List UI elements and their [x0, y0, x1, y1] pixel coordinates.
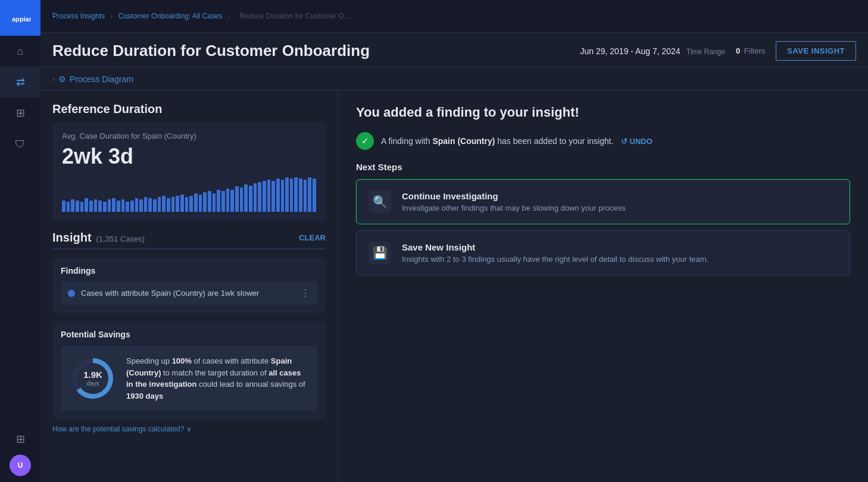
bar-chart-bar — [304, 180, 307, 212]
donut-chart: 1.9K days — [69, 355, 117, 402]
sidebar: appian ⌂ ⇄ ⊞ 🛡 ⊞ U — [0, 0, 40, 482]
bar-chart-bar — [117, 201, 120, 212]
subnav: › ⚙ Process Diagram — [40, 67, 868, 90]
main-content: Process Insights › Customer Onboarding: … — [40, 0, 868, 482]
content-area: Reference Duration Avg. Case Duration fo… — [40, 90, 868, 482]
breadcrumb-current: Reduce Duration for Customer O... — [239, 12, 349, 20]
bar-chart-bar — [226, 189, 230, 212]
bar-chart-bar — [235, 186, 239, 212]
how-calculated-link[interactable]: How are the potential savings calculated… — [52, 419, 326, 434]
left-panel: Reference Duration Avg. Case Duration fo… — [40, 90, 338, 482]
bar-chart-bar — [271, 181, 275, 212]
potential-savings-section: Potential Savings 1.9K days — [52, 321, 326, 419]
insight-header: Insight (1,351 Cases) CLEAR — [52, 231, 326, 249]
sidebar-item-shield[interactable]: 🛡 — [0, 129, 40, 159]
bar-chart-bar — [299, 179, 302, 212]
bar-chart-bar — [158, 197, 161, 212]
insight-title: Insight — [52, 231, 92, 245]
breadcrumb: Process Insights › Customer Onboarding: … — [52, 12, 354, 20]
bar-chart-bar — [144, 197, 148, 212]
process-diagram-label: Process Diagram — [70, 74, 133, 84]
bar-chart-bar — [85, 198, 88, 212]
process-diagram-icon: ⚙ — [58, 74, 66, 84]
bar-chart-bar — [171, 197, 175, 212]
bar-chart-bar — [108, 199, 111, 212]
finding-dot-icon — [68, 290, 75, 297]
bar-chart-bar — [180, 195, 184, 212]
finding-added-title: You added a finding to your insight! — [356, 105, 850, 120]
bar-chart-bar — [203, 192, 207, 212]
undo-button[interactable]: ↺ UNDO — [621, 137, 652, 146]
chevron-down-icon: ∨ — [186, 425, 192, 433]
finding-menu-icon[interactable]: ⋮ — [301, 287, 310, 299]
success-suffix: has been added to your insight. — [497, 136, 613, 146]
savings-card: 1.9K days Speeding up 100% of cases with… — [61, 346, 317, 411]
undo-label: UNDO — [630, 137, 652, 146]
savings-pct: 100% — [172, 356, 192, 365]
next-step-continue-label: Continue Investigating — [402, 191, 838, 201]
savings-text: Speeding up 100% of cases with attribute… — [126, 355, 309, 402]
bar-chart-bar — [71, 199, 74, 212]
chevron-right-icon: › — [52, 76, 55, 83]
success-country: Spain (Country) — [432, 136, 497, 146]
next-step-continue-investigating[interactable]: 🔍 Continue Investigating Investigate oth… — [356, 179, 850, 224]
breadcrumb-sep1: › — [110, 12, 113, 20]
success-prefix: A finding with — [381, 136, 430, 146]
bar-chart-bar — [263, 181, 266, 212]
sidebar-item-grid[interactable]: ⊞ — [0, 424, 40, 455]
topbar: Process Insights › Customer Onboarding: … — [40, 0, 868, 33]
bar-chart-bar — [240, 187, 243, 212]
process-diagram-link[interactable]: › ⚙ Process Diagram — [52, 74, 133, 84]
filters-display: 0 Filters — [736, 46, 765, 55]
right-panel: You added a finding to your insight! ✓ A… — [338, 90, 868, 482]
svg-text:appian: appian — [12, 15, 31, 23]
save-insight-button[interactable]: SAVE INSIGHT — [776, 41, 856, 61]
time-range-value: Jun 29, 2019 - Aug 7, 2024 — [580, 46, 680, 56]
bar-chart-bar — [230, 190, 234, 212]
next-step-save-desc: Insights with 2 to 3 findings usually ha… — [402, 255, 838, 264]
bar-chart-bar — [294, 177, 298, 212]
metric-card: Avg. Case Duration for Spain (Country) 2… — [52, 122, 326, 221]
bar-chart-bar — [199, 195, 202, 212]
bar-chart-bar — [276, 179, 280, 212]
bar-chart-bar — [254, 183, 257, 212]
filters-count: 0 — [736, 46, 740, 55]
metric-value: 2wk 3d — [62, 144, 316, 169]
page-title: Reduce Duration for Customer Onboarding — [52, 42, 370, 60]
success-banner: ✓ A finding with Spain (Country) has bee… — [356, 132, 850, 150]
bar-chart-bar — [167, 198, 170, 212]
bar-chart-bar — [249, 186, 252, 212]
bar-chart-bar — [162, 196, 166, 212]
breadcrumb-customer-onboarding[interactable]: Customer Onboarding: All Cases — [118, 12, 223, 20]
header-right: Jun 29, 2019 - Aug 7, 2024 Time Range 0 … — [580, 41, 856, 61]
search-icon: 🔍 — [369, 190, 391, 213]
bar-chart — [62, 176, 316, 212]
success-message: A finding with Spain (Country) has been … — [381, 136, 652, 146]
next-step-continue-content: Continue Investigating Investigate other… — [402, 191, 838, 212]
breadcrumb-process-insights[interactable]: Process Insights — [52, 12, 105, 20]
finding-text: Cases with attribute Spain (Country) are… — [81, 289, 295, 298]
bar-chart-bar — [221, 191, 225, 212]
clear-button[interactable]: CLEAR — [299, 233, 326, 242]
bar-chart-bar — [189, 196, 193, 212]
bar-chart-bar — [148, 198, 152, 212]
breadcrumb-sep2: › — [228, 12, 230, 20]
app-logo[interactable]: appian — [0, 0, 40, 36]
savings-days: 1930 days — [126, 392, 163, 400]
page-header: Reduce Duration for Customer Onboarding … — [40, 33, 868, 67]
bar-chart-bar — [217, 190, 220, 212]
sidebar-item-home[interactable]: ⌂ — [0, 36, 40, 67]
avatar[interactable]: U — [10, 455, 31, 476]
donut-unit: days — [83, 380, 102, 387]
time-range-label: Time Range — [686, 48, 725, 56]
bar-chart-bar — [213, 193, 216, 212]
bar-chart-bar — [267, 180, 271, 212]
save-icon: 💾 — [369, 242, 391, 264]
next-step-save-label: Save New Insight — [402, 242, 838, 252]
bar-chart-bar — [98, 201, 102, 212]
bar-chart-bar — [176, 196, 179, 212]
sidebar-item-process[interactable]: ⇄ — [0, 67, 40, 98]
sidebar-item-data[interactable]: ⊞ — [0, 98, 40, 129]
next-step-save-insight[interactable]: 💾 Save New Insight Insights with 2 to 3 … — [356, 230, 850, 276]
finding-item[interactable]: Cases with attribute Spain (Country) are… — [61, 281, 317, 305]
